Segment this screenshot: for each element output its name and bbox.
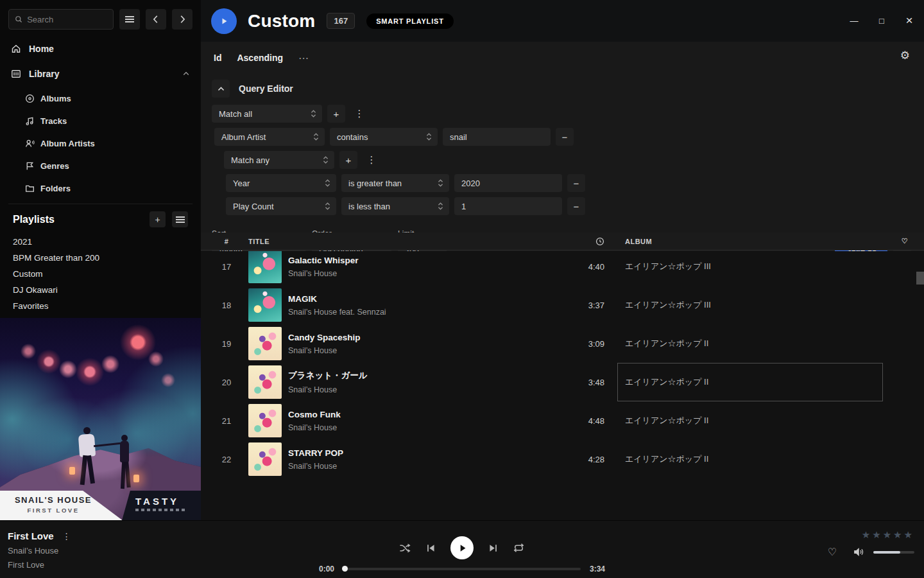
track-album: エイリアン☆ポップ II: [613, 376, 886, 388]
collapse-query-editor-button[interactable]: [212, 80, 230, 98]
back-button[interactable]: [146, 9, 166, 30]
chevron-up-icon: [217, 85, 225, 93]
table-row[interactable]: 17 Galactic Whisper Snail’s House 4:40 エ…: [201, 251, 924, 286]
remove-rule-button[interactable]: −: [556, 128, 574, 146]
column-header-favorite[interactable]: ♡: [892, 237, 918, 245]
play-pause-button[interactable]: [450, 536, 474, 559]
sort-field-button[interactable]: Id: [214, 53, 221, 63]
list-icon: [176, 216, 185, 223]
track-album: エイリアン☆ポップ III: [613, 261, 886, 272]
track-title: MAGIK: [288, 294, 551, 304]
volume-slider-fill: [873, 551, 900, 554]
column-header-title[interactable]: TITLE: [248, 238, 551, 245]
seek-slider-thumb[interactable]: [342, 566, 348, 572]
add-playlist-button[interactable]: +: [150, 211, 166, 227]
sidebar-item-album-artists[interactable]: Album Artists: [25, 136, 190, 151]
sidebar-item-albums[interactable]: Albums: [25, 91, 190, 106]
star-icon[interactable]: ★: [893, 529, 903, 540]
sidebar: Home Library Albums Tracks Album Artists: [0, 0, 201, 520]
repeat-button[interactable]: [513, 543, 525, 553]
match-type-select[interactable]: Match any: [224, 151, 334, 169]
table-row[interactable]: 20 プラネット・ガール Snail’s House 3:48 エイリアン☆ポッ…: [201, 363, 924, 401]
remove-rule-button[interactable]: −: [567, 197, 585, 215]
rule-operator-select[interactable]: contains: [330, 128, 438, 146]
progress-section: 0:00 3:34: [314, 565, 610, 574]
volume-button[interactable]: [853, 547, 865, 557]
elapsed-time: 0:00: [314, 565, 334, 574]
forward-button[interactable]: [172, 9, 193, 30]
minus-icon: −: [562, 132, 568, 143]
remove-rule-button[interactable]: −: [567, 174, 585, 192]
gear-icon[interactable]: ⚙: [900, 49, 910, 62]
track-album: エイリアン☆ポップ II: [613, 338, 886, 349]
track-album: エイリアン☆ポップ III: [613, 299, 886, 311]
group-options-button[interactable]: ⋮: [350, 105, 368, 123]
folder-icon: [25, 184, 35, 193]
add-rule-button[interactable]: +: [327, 105, 345, 123]
album-cover-thumbnail: [248, 251, 282, 283]
dots-vertical-icon: ⋮: [355, 108, 364, 119]
table-row[interactable]: 22 STARRY POP Snail’s House 4:28 エイリアン☆ポ…: [201, 440, 924, 478]
window-maximize-button[interactable]: □: [872, 12, 891, 30]
star-icon[interactable]: ★: [883, 529, 893, 540]
column-header-duration[interactable]: [557, 237, 607, 246]
search-input[interactable]: [27, 15, 107, 24]
home-icon: [11, 44, 21, 54]
playlist-item[interactable]: Custom: [8, 266, 193, 282]
sidebar-item-folders[interactable]: Folders: [25, 181, 190, 196]
table-row[interactable]: 18 MAGIK Snail’s House feat. Sennzai 3:3…: [201, 286, 924, 324]
star-icon[interactable]: ★: [862, 529, 872, 540]
playlist-item[interactable]: 2021: [8, 234, 193, 250]
sidebar-item-tracks[interactable]: Tracks: [25, 114, 190, 128]
column-header-album[interactable]: ALBUM: [613, 238, 886, 245]
match-type-select[interactable]: Match all: [212, 105, 322, 123]
track-number: 17: [211, 262, 242, 272]
sidebar-item-genres[interactable]: Genres: [25, 159, 190, 173]
scrollbar-thumb[interactable]: [916, 272, 924, 285]
rule-value-input[interactable]: [454, 197, 562, 215]
track-artist: Snail’s House: [288, 346, 551, 355]
rule-value-input[interactable]: [443, 128, 551, 146]
playlist-item[interactable]: DJ Okawari: [8, 282, 193, 298]
menu-icon: [125, 16, 134, 22]
star-icon[interactable]: ★: [904, 529, 914, 540]
rule-value-input[interactable]: [454, 174, 562, 192]
play-icon: [219, 17, 228, 26]
rating-stars[interactable]: ★★★★★: [818, 530, 914, 540]
track-artist: Snail’s House: [288, 269, 551, 278]
rule-field-select[interactable]: Play Count: [226, 197, 336, 215]
next-button[interactable]: [488, 543, 498, 553]
query-editor-title: Query Editor: [239, 83, 293, 94]
rule-operator-select[interactable]: is less than: [341, 197, 449, 215]
volume-slider[interactable]: [873, 551, 914, 554]
star-icon[interactable]: ★: [872, 529, 882, 540]
playlist-item[interactable]: Favorites: [8, 298, 193, 314]
menu-button[interactable]: [119, 9, 140, 30]
table-row[interactable]: 19 Candy Spaceship Snail’s House 3:09 エイ…: [201, 324, 924, 363]
sort-direction-button[interactable]: Ascending: [237, 53, 283, 63]
now-playing-options-button[interactable]: ⋮: [62, 531, 71, 541]
sidebar-item-home[interactable]: Home: [11, 41, 190, 57]
add-rule-button[interactable]: +: [339, 151, 357, 169]
more-options-button[interactable]: ⋯: [298, 52, 309, 64]
now-playing-artist: Snail’s House: [8, 546, 71, 556]
rule-field-select[interactable]: Year: [226, 174, 336, 192]
rule-field-select[interactable]: Album Artist: [214, 128, 325, 146]
column-header-number[interactable]: #: [211, 238, 242, 245]
playlist-item[interactable]: BPM Greater than 200: [8, 250, 193, 266]
album-cover-thumbnail: [248, 404, 282, 437]
plus-icon: +: [155, 215, 160, 225]
rule-operator-select[interactable]: is greater than: [341, 174, 449, 192]
shuffle-button[interactable]: [399, 543, 411, 554]
previous-button[interactable]: [426, 543, 436, 553]
play-playlist-button[interactable]: [211, 8, 237, 34]
playlist-list-view-button[interactable]: [172, 211, 188, 227]
table-row[interactable]: 21 Cosmo Funk Snail’s House 4:48 エイリアン☆ポ…: [201, 401, 924, 440]
window-minimize-button[interactable]: —: [844, 12, 864, 30]
seek-slider[interactable]: [343, 568, 581, 570]
art-figure-left: [77, 427, 99, 489]
window-close-button[interactable]: ×: [900, 12, 919, 30]
sidebar-item-library[interactable]: Library: [11, 66, 190, 82]
group-options-button[interactable]: ⋮: [363, 151, 381, 169]
favorite-button[interactable]: ♡: [828, 548, 837, 557]
